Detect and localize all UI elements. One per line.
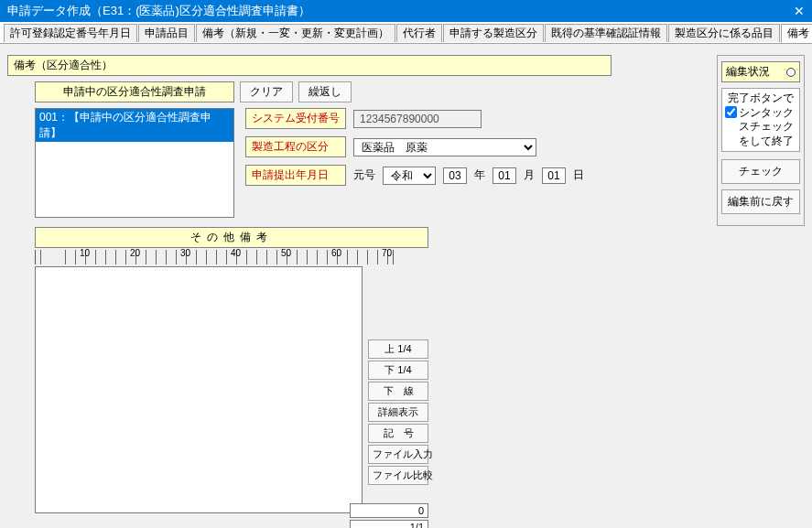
- counters: 0 1/1 0: [350, 503, 428, 528]
- input-month[interactable]: [493, 167, 516, 184]
- repeat-button[interactable]: 繰返し: [298, 81, 352, 102]
- right-column: 編集状況 完了ボタンで シンタックスチェックをして終了 チェック 編集前に戻す: [717, 55, 805, 528]
- syntax-check-checkbox[interactable]: [725, 106, 737, 118]
- list-item[interactable]: 001：【申請中の区分適合性調査申請】: [36, 109, 233, 142]
- sub-header-row: 申請中の区分適合性調査申請 クリア 繰返し: [35, 81, 709, 102]
- edit-status-label: 編集状況: [726, 64, 770, 80]
- syntax-check-line2: シンタックスチェックをして終了: [739, 106, 796, 149]
- day-suffix: 日: [573, 167, 584, 183]
- tab-permit-number-date[interactable]: 許可登録認定番号年月日: [4, 24, 137, 42]
- other-remarks-section: その他備考 10 20 30 40 50 60 70 上 1/4 下 1/4 下…: [35, 227, 428, 528]
- file-input-button[interactable]: ファイル入力: [368, 445, 428, 464]
- label-process-category: 製造工程の区分: [245, 136, 346, 157]
- tab-mfg-category-items[interactable]: 製造区分に係る品目: [668, 24, 780, 42]
- up-quarter-button[interactable]: 上 1/4: [368, 339, 428, 359]
- status-circle-icon: [786, 68, 796, 77]
- tab-strip: 許可登録認定番号年月日 申請品目 備考（新規・一変・更新・変更計画） 代行者 申…: [0, 22, 812, 44]
- form-area: システム受付番号 1234567890000 製造工程の区分 医薬品 原薬 申請…: [245, 108, 709, 218]
- check-button[interactable]: チェック: [721, 159, 800, 184]
- year-suffix: 年: [474, 167, 485, 183]
- textarea-row: 上 1/4 下 1/4 下 線 詳細表示 記 号 ファイル入力 ファイル比較 0…: [35, 266, 428, 528]
- symbol-button[interactable]: 記 号: [368, 424, 428, 443]
- clear-button[interactable]: クリア: [240, 81, 293, 102]
- syntax-check-line1: 完了ボタンで: [725, 92, 796, 106]
- ruler-mark: 70: [382, 248, 392, 258]
- ruler-mark: 40: [231, 248, 241, 258]
- month-suffix: 月: [524, 167, 535, 183]
- underline-button[interactable]: 下 線: [368, 382, 428, 401]
- section-header-remarks: 備考（区分適合性）: [7, 55, 612, 76]
- tab-agent[interactable]: 代行者: [396, 24, 442, 42]
- left-column: 備考（区分適合性） 申請中の区分適合性調査申請 クリア 繰返し 001：【申請中…: [7, 55, 709, 528]
- field-system-number: 1234567890000: [353, 110, 482, 128]
- label-system-number: システム受付番号: [245, 108, 346, 129]
- label-submit-date: 申請提出年月日: [245, 165, 346, 186]
- revert-button[interactable]: 編集前に戻す: [721, 189, 800, 214]
- content-area: 備考（区分適合性） 申請中の区分適合性調査申請 クリア 繰返し 001：【申請中…: [0, 44, 812, 528]
- row-process-category: 製造工程の区分 医薬品 原薬: [245, 136, 709, 157]
- application-listbox[interactable]: 001：【申請中の区分適合性調査申請】: [35, 108, 234, 218]
- edit-status-header: 編集状況: [721, 61, 800, 82]
- close-icon[interactable]: ✕: [794, 4, 805, 18]
- row-system-number: システム受付番号 1234567890000: [245, 108, 709, 129]
- title-bar: 申請データ作成（E31：(医薬品)区分適合性調査申請書） ✕: [0, 0, 812, 22]
- tab-remarks-conformity[interactable]: 備考（区分適合性）: [781, 24, 812, 43]
- side-buttons: 上 1/4 下 1/4 下 線 詳細表示 記 号 ファイル入力 ファイル比較: [368, 339, 428, 485]
- down-quarter-button[interactable]: 下 1/4: [368, 361, 428, 380]
- detail-display-button[interactable]: 詳細表示: [368, 403, 428, 422]
- tab-remarks-new-change[interactable]: 備考（新規・一変・更新・変更計画）: [196, 24, 395, 42]
- row-submit-date: 申請提出年月日 元号 令和 年 月 日: [245, 165, 709, 186]
- ruler: 10 20 30 40 50 60 70: [35, 250, 394, 264]
- era-label: 元号: [353, 167, 375, 183]
- tab-mfg-category[interactable]: 申請する製造区分: [443, 24, 544, 42]
- ruler-mark: 20: [130, 248, 140, 258]
- counter-1: 0: [350, 503, 428, 518]
- syntax-check-option: 完了ボタンで シンタックスチェックをして終了: [721, 88, 800, 152]
- tab-existing-cert-info[interactable]: 既得の基準確認証情報: [545, 24, 667, 42]
- ruler-mark: 30: [180, 248, 190, 258]
- file-compare-button[interactable]: ファイル比較: [368, 466, 428, 485]
- ruler-mark: 50: [281, 248, 291, 258]
- select-era[interactable]: 令和: [383, 167, 436, 185]
- other-remarks-header: その他備考: [35, 227, 428, 248]
- input-year[interactable]: [443, 167, 467, 184]
- other-remarks-textarea[interactable]: [35, 266, 363, 513]
- input-day[interactable]: [542, 167, 566, 184]
- mid-row: 001：【申請中の区分適合性調査申請】 システム受付番号 12345678900…: [35, 108, 709, 218]
- select-process-category[interactable]: 医薬品 原薬: [353, 138, 536, 156]
- sub-header-pending-application: 申請中の区分適合性調査申請: [35, 81, 234, 102]
- right-panel: 編集状況 完了ボタンで シンタックスチェックをして終了 チェック 編集前に戻す: [717, 55, 805, 226]
- counter-2: 1/1: [350, 520, 428, 528]
- tab-application-item[interactable]: 申請品目: [138, 24, 195, 42]
- ruler-mark: 10: [80, 248, 90, 258]
- textarea-side-column: 上 1/4 下 1/4 下 線 詳細表示 記 号 ファイル入力 ファイル比較 0…: [368, 266, 428, 528]
- ruler-mark: 60: [331, 248, 341, 258]
- syntax-check-checkbox-label[interactable]: シンタックスチェックをして終了: [725, 106, 796, 149]
- window-title: 申請データ作成（E31：(医薬品)区分適合性調査申請書）: [7, 3, 310, 19]
